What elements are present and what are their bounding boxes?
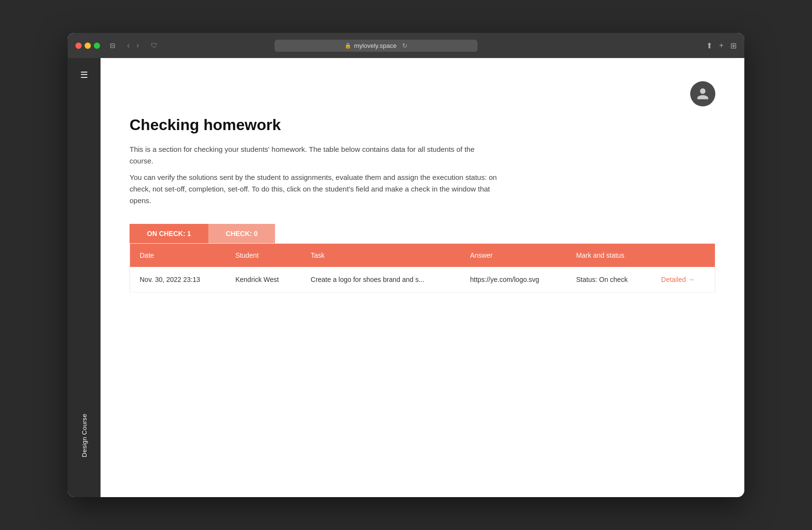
detailed-link[interactable]: Detailed →: [661, 276, 705, 283]
browser-actions: ⬆ + ⊞: [706, 41, 737, 50]
traffic-light-green[interactable]: [94, 43, 100, 49]
table-header: Date Student Task Answer Mark and status: [130, 244, 715, 267]
traffic-light-red[interactable]: [75, 43, 82, 49]
col-header-action: [652, 244, 715, 267]
lock-icon: 🔒: [345, 43, 351, 49]
col-header-mark-status: Mark and status: [566, 244, 652, 267]
table-body: Nov. 30, 2022 23:13 Kendrick West Create…: [130, 267, 715, 293]
address-bar[interactable]: 🔒 mylovely.space ↻: [275, 40, 478, 52]
cell-student: Kendrick West: [226, 267, 301, 293]
col-header-student: Student: [226, 244, 301, 267]
tab-on-check[interactable]: ON CHECK: 1: [130, 224, 208, 243]
cell-task: Create a logo for shoes brand and s...: [301, 267, 461, 293]
reload-icon[interactable]: ↻: [402, 42, 407, 49]
shield-icon: 🛡: [151, 42, 158, 49]
tabs-container: ON CHECK: 1 CHECK: 0: [130, 224, 715, 243]
cell-action[interactable]: Detailed →: [652, 267, 715, 293]
homework-table: Date Student Task Answer Mark and status…: [130, 243, 715, 293]
page-description-1: This is a section for checking your stud…: [130, 144, 497, 167]
cell-answer: https://ye.com/logo.svg: [460, 267, 566, 293]
browser-window: ⊟ ‹ › 🛡 🔒 mylovely.space ↻ ⬆ + ⊞ ☰ Desig…: [68, 33, 744, 497]
col-header-task: Task: [301, 244, 461, 267]
browser-content-wrapper: ☰ Design Course Checking homework This i…: [68, 58, 744, 497]
hamburger-menu-button[interactable]: ☰: [76, 66, 92, 84]
arrow-icon: →: [688, 276, 695, 283]
page-title: Checking homework: [130, 116, 715, 134]
table-row[interactable]: Nov. 30, 2022 23:13 Kendrick West Create…: [130, 267, 715, 293]
page-description-2: You can verify the solutions sent by the…: [130, 172, 497, 206]
tab-check[interactable]: CHECK: 0: [208, 224, 275, 243]
grid-icon[interactable]: ⊞: [730, 41, 737, 50]
detailed-link-label: Detailed: [661, 276, 686, 283]
browser-nav: ‹ ›: [125, 40, 141, 51]
share-icon[interactable]: ⬆: [706, 41, 712, 50]
sidebar-toggle-icon[interactable]: ⊟: [108, 41, 117, 50]
traffic-lights: [75, 43, 100, 49]
new-tab-icon[interactable]: +: [719, 41, 724, 50]
cell-date: Nov. 30, 2022 23:13: [130, 267, 226, 293]
traffic-light-yellow[interactable]: [85, 43, 91, 49]
left-sidebar: ☰ Design Course: [68, 58, 101, 497]
back-button[interactable]: ‹: [125, 40, 131, 51]
main-content: Checking homework This is a section for …: [101, 58, 744, 497]
forward-button[interactable]: ›: [134, 40, 141, 51]
cell-status: Status: On check: [566, 267, 652, 293]
col-header-date: Date: [130, 244, 226, 267]
course-label: Design Course: [81, 414, 88, 457]
browser-chrome: ⊟ ‹ › 🛡 🔒 mylovely.space ↻ ⬆ + ⊞: [68, 33, 744, 58]
col-header-answer: Answer: [460, 244, 566, 267]
url-text: mylovely.space: [354, 42, 397, 49]
user-avatar[interactable]: [690, 81, 715, 106]
